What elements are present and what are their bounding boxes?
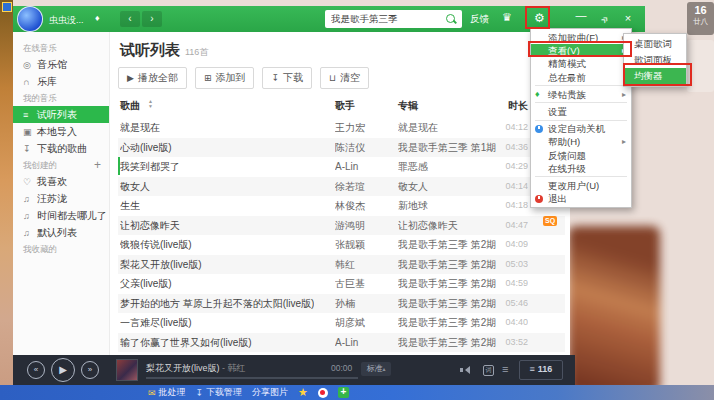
volume-icon[interactable] <box>460 365 472 375</box>
table-row[interactable]: 父亲(live版)古巨基我是歌手第三季 第2期04:59 <box>118 274 565 294</box>
group-my-created-text: 我创建的 <box>23 160 57 170</box>
menu-item-feedback-issue-label: 反馈问题 <box>548 150 586 161</box>
cell-artist: A-Lin <box>335 157 393 177</box>
sidebar-item-downloaded-songs[interactable]: ↧下载的歌曲 <box>13 140 109 157</box>
menu-item-compact-mode[interactable]: 精简模式 <box>531 57 631 70</box>
song-count: 116首 <box>185 47 208 57</box>
download-arrow-icon: ↧ <box>196 388 204 398</box>
sidebar-item-playlist-wangsulong[interactable]: ♫汪苏泷 <box>13 190 109 207</box>
desktop-lyric-icon[interactable]: ≡ <box>502 363 508 375</box>
table-row[interactable]: 心动(live版)陈洁仪我是歌手第三季 第1期04:36 <box>118 138 565 158</box>
username[interactable]: 虫虫没... <box>49 14 84 27</box>
header-album[interactable]: 专辑 <box>398 99 418 113</box>
menu-item-settings[interactable]: 设置 <box>531 105 631 118</box>
menu-item-exit[interactable]: 退出 <box>531 192 631 205</box>
sidebar-item-library-label: 乐库 <box>37 76 57 87</box>
table-row[interactable]: 一言难尽(live版)胡彦斌我是歌手第三季 第2期04:40 <box>118 313 565 333</box>
download-button[interactable]: ↧下载 <box>262 67 312 89</box>
close-button[interactable]: × <box>621 12 635 24</box>
song-table: 就是现在王力宏就是现在04:12心动(live版)陈洁仪我是歌手第三季 第1期0… <box>118 118 565 352</box>
cell-artist: 陈洁仪 <box>335 138 393 158</box>
group-online-music-label: 在线音乐 <box>13 40 109 56</box>
note-icon: ♫ <box>23 225 37 241</box>
feedback-link[interactable]: 反馈 <box>470 13 489 26</box>
calendar-day: 16 <box>687 2 714 16</box>
group-my-music-text: 我的音乐 <box>23 93 57 103</box>
nav-back-button[interactable]: ‹ <box>120 11 140 27</box>
sidebar-item-default-playlist[interactable]: ♫默认列表 <box>13 224 109 241</box>
table-row[interactable]: 输了你赢了世界又如何(live版)A-Lin我是歌手第三季 第2期03:52 <box>118 333 565 353</box>
menu-item-help[interactable]: 帮助(H)▸ <box>531 135 631 148</box>
search-icon[interactable] <box>446 14 455 23</box>
header-duration[interactable]: 时长 <box>462 99 528 113</box>
diamond-icon: ♦ <box>535 88 540 101</box>
sidebar-item-playlist-time[interactable]: ♫时间都去哪儿了 <box>13 207 109 224</box>
sidebar-item-my-favorites[interactable]: ♡我喜欢 <box>13 173 109 190</box>
menu-item-auto-shutdown[interactable]: 设定自动关机 <box>531 122 631 135</box>
submenu-item-desktop-lyrics[interactable]: 桌面歌词 <box>624 36 686 52</box>
playlist-toggle[interactable]: ≡116 <box>519 360 563 380</box>
table-row[interactable]: 敬女人徐若瑄敬女人04:14 <box>118 177 565 197</box>
next-button[interactable]: » <box>81 361 99 379</box>
taskbar-item-download-manager[interactable]: ↧下载管理 <box>196 386 243 399</box>
progress-bar[interactable] <box>146 377 358 379</box>
weibo-icon[interactable] <box>318 388 328 398</box>
table-row[interactable]: 生生林俊杰新地球04:18SQ <box>118 196 565 216</box>
group-my-collected-label: 我收藏的 <box>13 241 109 257</box>
nav-forward-button[interactable]: › <box>142 11 162 27</box>
header-song[interactable]: 歌曲 <box>120 99 140 113</box>
play-all-button[interactable]: ▶播放全部 <box>118 67 187 89</box>
vip-diamond-icon: ♦ <box>95 13 100 23</box>
desktop-wallpaper-photo <box>568 226 660 394</box>
quality-selector[interactable]: 标准▴ <box>361 362 391 376</box>
chevron-up-icon: ▴ <box>382 366 385 372</box>
calendar-lunar-date: 廿八 <box>687 16 714 26</box>
sort-icon[interactable]: ▲▼ <box>148 99 156 109</box>
sidebar-item-local-import[interactable]: ▣本地导入 <box>13 123 109 140</box>
desktop-wallpaper-left <box>0 0 13 400</box>
search-input[interactable] <box>325 10 445 28</box>
avatar[interactable] <box>17 6 43 32</box>
table-row[interactable]: 让初恋像昨天游鸿明让初恋像昨天04:47SQ <box>118 216 565 236</box>
menu-item-feedback-issue[interactable]: 反馈问题 <box>531 149 631 162</box>
table-row[interactable]: 梨花又开放(live版)韩红我是歌手第三季 第2期05:03 <box>118 255 565 275</box>
taskbar-item-batch[interactable]: ✉批处理 <box>148 386 186 399</box>
mini-mode-button[interactable]: » <box>597 12 611 26</box>
table-row[interactable]: 就是现在王力宏就是现在04:12 <box>118 118 565 138</box>
vip-crown-icon[interactable]: ♛ <box>502 11 512 24</box>
cell-song: 让初恋像昨天 <box>120 216 180 236</box>
add-plus-icon[interactable]: + <box>338 387 349 398</box>
play-icon: ▶ <box>127 73 134 83</box>
sidebar-item-downloaded-songs-label: 下载的歌曲 <box>37 143 87 154</box>
cell-song: 一言难尽(live版) <box>120 313 192 333</box>
sidebar-item-listen-list[interactable]: ≡试听列表 <box>13 106 109 123</box>
table-row[interactable]: ▶⊞↧⋯我笑到都哭了A-Lin罪恶感04:29 <box>118 157 565 177</box>
menu-separator <box>535 120 627 121</box>
add-to-button[interactable]: ⊞添加到 <box>195 67 255 89</box>
clear-button[interactable]: ⊔清空 <box>320 67 369 89</box>
table-row[interactable]: 饿狼传说(live版)张靓颖我是歌手第三季 第2期04:09 <box>118 235 565 255</box>
note-icon: ♫ <box>23 208 37 224</box>
menu-item-always-on-top[interactable]: 总在最前 <box>531 71 631 84</box>
lyric-panel-icon[interactable]: 词 <box>483 365 494 376</box>
star-bookmark-icon[interactable]: ★ <box>298 387 308 398</box>
now-playing[interactable]: 梨花又开放(live版) - 韩红 <box>146 362 246 375</box>
play-button[interactable]: ▶ <box>51 358 75 382</box>
menu-item-green-diamond-vip[interactable]: ♦绿钻贵族▸ <box>531 88 631 101</box>
album-art[interactable] <box>116 359 138 381</box>
sidebar-item-library[interactable]: ∩乐库 <box>13 73 109 90</box>
sidebar-item-playlist-time-label: 时间都去哪儿了 <box>37 210 107 221</box>
taskbar-item-share-pictures[interactable]: 分享图片 <box>252 386 288 399</box>
header-artist[interactable]: 歌手 <box>335 99 355 113</box>
minimize-button[interactable]: — <box>574 9 588 21</box>
table-row[interactable]: 梦开始的地方 草原上升起不落的太阳(live版)孙楠我是歌手第三季 第2期05:… <box>118 294 565 314</box>
previous-button[interactable]: « <box>27 361 45 379</box>
desktop-shortcut-icon[interactable] <box>2 2 12 12</box>
create-playlist-button[interactable]: + <box>94 157 101 173</box>
menu-separator <box>535 85 627 86</box>
menu-item-switch-user[interactable]: 更改用户(U) <box>531 179 631 192</box>
add-icon: ⊞ <box>204 73 212 83</box>
menu-item-green-diamond-vip-label: 绿钻贵族 <box>548 89 586 100</box>
sidebar-item-music-hall[interactable]: ◎音乐馆 <box>13 56 109 73</box>
menu-item-online-update[interactable]: 在线升级 <box>531 162 631 175</box>
